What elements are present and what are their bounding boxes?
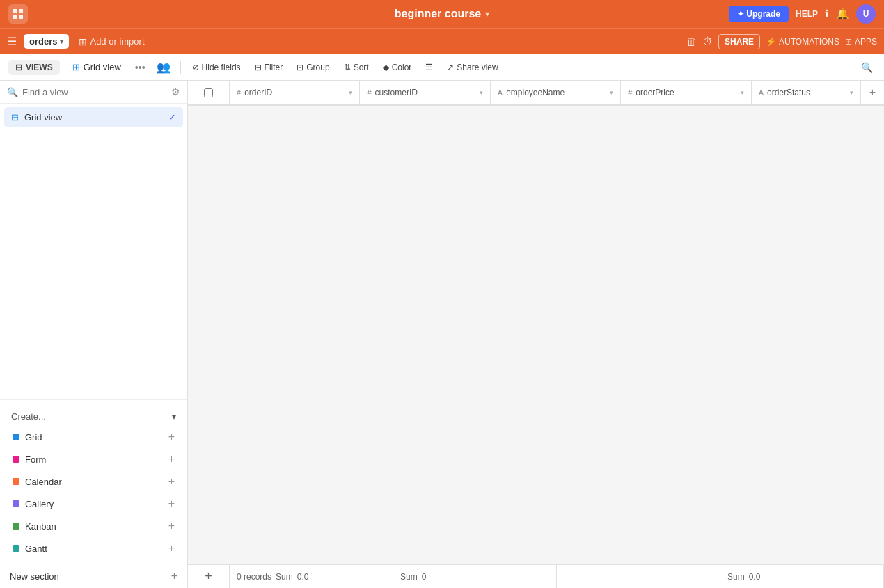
toolbar-separator	[180, 61, 181, 74]
views-tab[interactable]: ⊟ VIEWS	[8, 60, 60, 75]
footer-sum-label-1: Sum	[276, 572, 293, 582]
col-header-orderPrice[interactable]: # orderPrice ▾	[621, 81, 751, 104]
avatar[interactable]: U	[856, 4, 876, 24]
customerid-dropdown-icon[interactable]: ▾	[480, 89, 483, 96]
row-height-button[interactable]: ☰	[420, 60, 439, 75]
customerid-col-name: customerID	[375, 88, 476, 97]
create-calendar-item[interactable]: Calendar +	[6, 470, 182, 493]
add-row-button[interactable]: +	[188, 565, 230, 588]
sidebar-item-grid-view[interactable]: ⊞ Grid view ✓	[4, 107, 183, 127]
calendar-color-dot	[13, 478, 19, 485]
col-header-employeeName[interactable]: A employeeName ▾	[491, 81, 621, 104]
add-calendar-icon[interactable]: +	[168, 475, 175, 488]
create-chevron-icon: ▾	[172, 412, 176, 422]
history-icon[interactable]: ⏱	[702, 35, 713, 47]
new-section-bar[interactable]: New section +	[0, 564, 187, 588]
svg-rect-1	[19, 9, 23, 13]
main-layout: 🔍 ⚙ ⊞ Grid view ✓ Create... ▾ Grid +	[0, 81, 884, 588]
table-name-pill[interactable]: orders ▾	[24, 34, 69, 49]
create-gantt-item[interactable]: Gantt +	[6, 537, 182, 559]
gantt-label: Gantt	[25, 543, 47, 554]
employeename-dropdown-icon[interactable]: ▾	[610, 89, 613, 96]
options-icon[interactable]: •••	[131, 59, 150, 76]
title-dropdown-icon[interactable]: ▾	[485, 9, 489, 19]
create-header[interactable]: Create... ▾	[6, 407, 182, 426]
footer-sum-value-3: 0.0	[749, 572, 761, 582]
orderid-col-name: orderID	[244, 88, 345, 97]
grid-empty-area	[188, 106, 884, 564]
active-check-icon: ✓	[168, 112, 176, 122]
create-form-left: Form	[13, 454, 46, 465]
gallery-label: Gallery	[25, 499, 54, 509]
hide-fields-button[interactable]: ⊘ Hide fields	[187, 60, 246, 75]
add-form-icon[interactable]: +	[168, 453, 175, 466]
sidebar: 🔍 ⚙ ⊞ Grid view ✓ Create... ▾ Grid +	[0, 81, 188, 588]
orderstatus-col-name: orderStatus	[767, 88, 846, 97]
sort-icon: ⇅	[344, 63, 351, 72]
grid-checkbox-col-header	[188, 81, 230, 104]
orderprice-type-icon: #	[628, 88, 632, 97]
select-all-checkbox[interactable]	[204, 88, 213, 97]
hide-fields-icon: ⊘	[192, 63, 199, 72]
add-import-button[interactable]: ⊞ Add or import	[79, 36, 144, 47]
kanban-label: Kanban	[25, 521, 56, 532]
new-section-label: New section	[10, 571, 59, 582]
settings-icon[interactable]: ⚙	[171, 86, 180, 97]
footer-employeename-sum	[557, 565, 720, 588]
automations-button[interactable]: ⚡ AUTOMATIONS	[766, 37, 839, 47]
col-header-orderID[interactable]: # orderID ▾	[230, 81, 360, 104]
search-view-input[interactable]	[22, 87, 167, 97]
new-section-plus-icon[interactable]: +	[171, 570, 177, 582]
group-button[interactable]: ⊡ Group	[291, 60, 335, 75]
apps-icon: ⊞	[845, 37, 852, 47]
col-header-customerID[interactable]: # customerID ▾	[360, 81, 490, 104]
create-gallery-left: Gallery	[13, 499, 54, 509]
help-label[interactable]: HELP	[796, 9, 818, 19]
grid-footer: + 0 records Sum 0.0 Sum 0 Sum 0.0	[188, 564, 884, 588]
orderprice-dropdown-icon[interactable]: ▾	[741, 89, 744, 96]
group-icon: ⊡	[297, 63, 303, 72]
sort-button[interactable]: ⇅ Sort	[338, 60, 374, 75]
employeename-type-icon: A	[498, 88, 503, 97]
filter-button[interactable]: ⊟ Filter	[249, 60, 289, 75]
orderstatus-type-icon: A	[759, 88, 764, 97]
create-label: Create...	[11, 411, 46, 422]
info-icon[interactable]: ℹ	[825, 8, 829, 20]
grid-view-tab[interactable]: ⊞ Grid view	[65, 59, 128, 75]
grid-header: # orderID ▾ # customerID ▾ A employeeNam…	[188, 81, 884, 106]
gallery-color-dot	[13, 500, 19, 507]
app-logo[interactable]	[8, 4, 28, 24]
add-column-button[interactable]: +	[861, 81, 884, 104]
upgrade-button[interactable]: ✦ Upgrade	[729, 6, 789, 22]
add-gallery-icon[interactable]: +	[168, 498, 175, 510]
trash-icon[interactable]: 🗑	[686, 35, 697, 47]
add-import-icon: ⊞	[79, 36, 87, 47]
orderid-dropdown-icon[interactable]: ▾	[349, 89, 352, 96]
team-icon[interactable]: 👥	[152, 58, 175, 77]
svg-rect-0	[13, 9, 17, 13]
notifications-icon[interactable]: 🔔	[836, 8, 849, 20]
svg-rect-3	[19, 15, 23, 19]
add-import-label: Add or import	[90, 36, 144, 47]
hamburger-icon[interactable]: ☰	[7, 35, 17, 48]
color-button[interactable]: ◆ Color	[377, 60, 418, 75]
search-button[interactable]: 🔍	[858, 59, 876, 76]
orderstatus-dropdown-icon[interactable]: ▾	[850, 89, 853, 96]
share-button[interactable]: SHARE	[718, 34, 760, 49]
create-gallery-item[interactable]: Gallery +	[6, 493, 182, 515]
share-view-button[interactable]: ↗ Share view	[441, 60, 503, 75]
gantt-color-dot	[13, 545, 19, 552]
toolbar: ⊟ VIEWS ⊞ Grid view ••• 👥 ⊘ Hide fields …	[0, 54, 884, 81]
top-bar: beginner course ▾ ✦ Upgrade HELP ℹ 🔔 U	[0, 0, 884, 28]
create-grid-item[interactable]: Grid +	[6, 426, 182, 448]
add-grid-icon[interactable]: +	[168, 431, 175, 443]
add-gantt-icon[interactable]: +	[168, 542, 175, 555]
col-header-orderStatus[interactable]: A orderStatus ▾	[752, 81, 861, 104]
add-kanban-icon[interactable]: +	[168, 520, 175, 532]
svg-rect-2	[13, 15, 17, 19]
record-count-label: 0 records	[237, 572, 271, 582]
create-kanban-item[interactable]: Kanban +	[6, 515, 182, 537]
create-form-item[interactable]: Form +	[6, 448, 182, 470]
apps-button[interactable]: ⊞ APPS	[845, 37, 877, 47]
kanban-color-dot	[13, 523, 19, 530]
